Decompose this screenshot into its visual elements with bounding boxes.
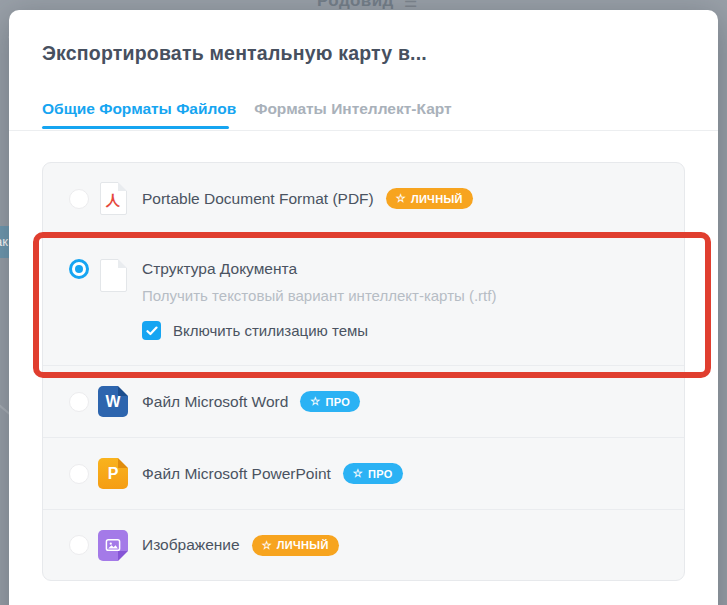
theme-styling-option: Включить стилизацию темы	[142, 321, 496, 340]
pdf-logo-icon: 人	[106, 193, 120, 207]
checkbox-label: Включить стилизацию темы	[173, 322, 368, 339]
icon-wrap: P	[98, 458, 128, 489]
checkmark-icon	[146, 326, 158, 336]
theme-styling-checkbox[interactable]	[142, 321, 161, 340]
icon-wrap	[98, 259, 128, 292]
picture-icon	[104, 536, 122, 554]
document-file-icon	[100, 259, 127, 292]
export-options-list: 人 Portable Document Format (PDF) ☆ ЛИЧНЫ…	[42, 162, 685, 581]
star-icon: ☆	[353, 468, 363, 479]
plan-badge-pro: ☆ ПРО	[343, 463, 403, 484]
export-modal: Экспортировать ментальную карту в... Общ…	[9, 10, 718, 605]
export-option-powerpoint[interactable]: P Файл Microsoft PowerPoint ☆ ПРО	[43, 438, 684, 510]
screen: Родовид ☰ ак Экспортировать ментальную к…	[0, 0, 727, 605]
page-title: Экспортировать ментальную карту в...	[42, 42, 427, 65]
icon-wrap	[98, 530, 128, 561]
export-option-word[interactable]: W Файл Microsoft Word ☆ ПРО	[43, 366, 684, 438]
option-title: Файл Microsoft Word	[142, 393, 288, 411]
powerpoint-file-icon: P	[98, 458, 128, 489]
option-title: Portable Document Format (PDF)	[142, 190, 374, 208]
active-tab-underline	[42, 126, 229, 129]
icon-wrap: 人	[98, 182, 128, 215]
plan-badge-pro: ☆ ПРО	[300, 391, 360, 412]
radio-pdf[interactable]	[69, 189, 89, 209]
tab-bar: Общие Форматы Файлов Форматы Интеллект-К…	[42, 100, 452, 118]
plan-badge-personal: ☆ ЛИЧНЫЙ	[252, 535, 339, 556]
image-file-icon	[98, 530, 128, 561]
export-option-image[interactable]: Изображение ☆ ЛИЧНЫЙ	[43, 510, 684, 580]
badge-label: ПРО	[326, 396, 351, 408]
icon-wrap: W	[98, 386, 128, 417]
radio-word[interactable]	[69, 392, 89, 412]
radio-document-structure[interactable]	[69, 259, 89, 279]
option-content: Структура Документа Получить текстовый в…	[142, 259, 496, 340]
option-title: Структура Документа	[142, 259, 496, 279]
star-icon: ☆	[396, 193, 406, 204]
star-icon: ☆	[310, 396, 320, 407]
plan-badge-personal: ☆ ЛИЧНЫЙ	[386, 188, 473, 209]
radio-powerpoint[interactable]	[69, 464, 89, 484]
star-icon: ☆	[262, 540, 272, 551]
pdf-file-icon: 人	[100, 182, 127, 215]
option-subtitle: Получить текстовый вариант интеллект-кар…	[142, 287, 496, 304]
word-file-icon: W	[98, 386, 128, 417]
option-title: Файл Microsoft PowerPoint	[142, 465, 331, 483]
badge-label: ПРО	[368, 468, 393, 480]
header-divider	[9, 130, 718, 131]
export-option-pdf[interactable]: 人 Portable Document Format (PDF) ☆ ЛИЧНЫ…	[43, 163, 684, 235]
radio-image[interactable]	[69, 535, 89, 555]
option-title: Изображение	[142, 536, 240, 554]
badge-label: ЛИЧНЫЙ	[277, 539, 329, 551]
tab-mindmap-formats[interactable]: Форматы Интеллект-Карт	[254, 100, 451, 118]
badge-label: ЛИЧНЫЙ	[411, 193, 463, 205]
tab-common-file-formats[interactable]: Общие Форматы Файлов	[42, 100, 236, 118]
export-option-document-structure[interactable]: Структура Документа Получить текстовый в…	[43, 235, 684, 366]
